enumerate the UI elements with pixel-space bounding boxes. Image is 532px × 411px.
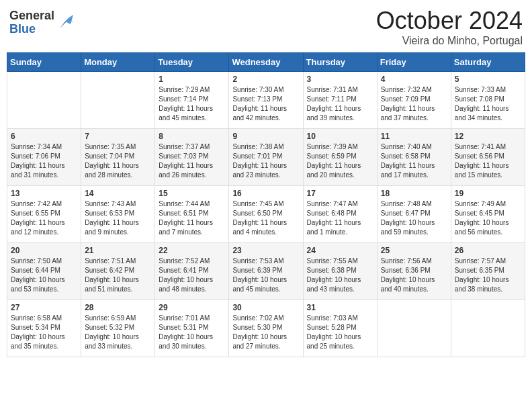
day-number: 17 [307,189,373,198]
calendar-cell: 7Sunrise: 7:35 AM Sunset: 7:04 PM Daylig… [81,129,155,186]
day-number: 2 [232,75,299,84]
day-of-week-header: Friday [377,53,451,72]
day-info: Sunrise: 7:57 AM Sunset: 6:35 PM Dayligh… [455,257,521,294]
day-info: Sunrise: 7:45 AM Sunset: 6:50 PM Dayligh… [232,199,299,237]
day-of-week-header: Thursday [303,53,377,72]
calendar-cell: 22Sunrise: 7:52 AM Sunset: 6:41 PM Dayli… [155,243,229,300]
calendar-week-row: 27Sunrise: 6:58 AM Sunset: 5:34 PM Dayli… [7,300,525,357]
day-number: 27 [11,303,77,312]
day-number: 11 [381,132,447,141]
day-number: 9 [232,132,299,141]
calendar-cell: 27Sunrise: 6:58 AM Sunset: 5:34 PM Dayli… [7,300,81,357]
day-info: Sunrise: 7:41 AM Sunset: 6:56 PM Dayligh… [455,142,521,180]
day-info: Sunrise: 7:47 AM Sunset: 6:48 PM Dayligh… [307,199,373,237]
day-info: Sunrise: 7:51 AM Sunset: 6:42 PM Dayligh… [85,257,151,294]
day-of-week-header: Tuesday [155,53,229,72]
calendar-cell: 28Sunrise: 6:59 AM Sunset: 5:32 PM Dayli… [81,300,155,357]
day-info: Sunrise: 7:42 AM Sunset: 6:55 PM Dayligh… [11,199,77,237]
calendar-cell: 11Sunrise: 7:40 AM Sunset: 6:58 PM Dayli… [377,129,451,186]
day-number: 31 [307,303,373,312]
day-number: 5 [455,75,521,84]
day-number: 24 [307,246,373,255]
calendar-cell [81,72,155,129]
calendar-cell: 13Sunrise: 7:42 AM Sunset: 6:55 PM Dayli… [7,186,81,243]
day-info: Sunrise: 7:55 AM Sunset: 6:38 PM Dayligh… [307,257,373,294]
day-number: 22 [159,246,225,255]
calendar-header-row: SundayMondayTuesdayWednesdayThursdayFrid… [7,53,525,72]
day-info: Sunrise: 7:40 AM Sunset: 6:58 PM Dayligh… [381,142,447,180]
day-number: 4 [381,75,447,84]
calendar-cell: 2Sunrise: 7:30 AM Sunset: 7:13 PM Daylig… [229,72,303,129]
day-number: 14 [85,189,151,198]
day-of-week-header: Sunday [7,53,81,72]
logo: General Blue [9,9,75,36]
day-info: Sunrise: 7:34 AM Sunset: 7:06 PM Dayligh… [11,142,77,180]
day-info: Sunrise: 7:32 AM Sunset: 7:09 PM Dayligh… [381,85,447,123]
calendar-cell: 18Sunrise: 7:48 AM Sunset: 6:47 PM Dayli… [377,186,451,243]
calendar-cell: 29Sunrise: 7:01 AM Sunset: 5:31 PM Dayli… [155,300,229,357]
day-info: Sunrise: 6:58 AM Sunset: 5:34 PM Dayligh… [11,314,77,351]
day-info: Sunrise: 7:30 AM Sunset: 7:13 PM Dayligh… [232,85,299,123]
calendar-cell: 3Sunrise: 7:31 AM Sunset: 7:11 PM Daylig… [303,72,377,129]
day-info: Sunrise: 7:39 AM Sunset: 6:59 PM Dayligh… [307,142,373,180]
day-number: 6 [11,132,77,141]
day-info: Sunrise: 7:52 AM Sunset: 6:41 PM Dayligh… [159,257,225,294]
day-info: Sunrise: 7:48 AM Sunset: 6:47 PM Dayligh… [381,199,447,237]
day-number: 7 [85,132,151,141]
day-info: Sunrise: 7:38 AM Sunset: 7:01 PM Dayligh… [232,142,299,180]
day-number: 16 [232,189,299,198]
day-number: 8 [159,132,225,141]
day-info: Sunrise: 7:43 AM Sunset: 6:53 PM Dayligh… [85,199,151,237]
day-number: 30 [232,303,299,312]
calendar-cell: 24Sunrise: 7:55 AM Sunset: 6:38 PM Dayli… [303,243,377,300]
day-number: 19 [455,189,521,198]
calendar-cell: 14Sunrise: 7:43 AM Sunset: 6:53 PM Dayli… [81,186,155,243]
calendar-cell [377,300,451,357]
logo-icon [56,13,75,32]
calendar-cell: 1Sunrise: 7:29 AM Sunset: 7:14 PM Daylig… [155,72,229,129]
day-of-week-header: Monday [81,53,155,72]
calendar-cell: 17Sunrise: 7:47 AM Sunset: 6:48 PM Dayli… [303,186,377,243]
day-info: Sunrise: 7:31 AM Sunset: 7:11 PM Dayligh… [307,85,373,123]
calendar-cell: 12Sunrise: 7:41 AM Sunset: 6:56 PM Dayli… [451,129,525,186]
day-info: Sunrise: 7:01 AM Sunset: 5:31 PM Dayligh… [159,314,225,351]
page-header: General Blue October 2024 Vieira do Minh… [7,7,525,47]
calendar-cell: 4Sunrise: 7:32 AM Sunset: 7:09 PM Daylig… [377,72,451,129]
day-info: Sunrise: 7:53 AM Sunset: 6:39 PM Dayligh… [232,257,299,294]
day-number: 13 [11,189,77,198]
day-info: Sunrise: 7:33 AM Sunset: 7:08 PM Dayligh… [455,85,521,123]
day-info: Sunrise: 6:59 AM Sunset: 5:32 PM Dayligh… [85,314,151,351]
day-number: 15 [159,189,225,198]
day-info: Sunrise: 7:02 AM Sunset: 5:30 PM Dayligh… [232,314,299,351]
day-info: Sunrise: 7:50 AM Sunset: 6:44 PM Dayligh… [11,257,77,294]
day-info: Sunrise: 7:44 AM Sunset: 6:51 PM Dayligh… [159,199,225,237]
calendar-cell: 23Sunrise: 7:53 AM Sunset: 6:39 PM Dayli… [229,243,303,300]
calendar-cell: 25Sunrise: 7:56 AM Sunset: 6:36 PM Dayli… [377,243,451,300]
logo-blue-text: Blue [9,23,54,36]
calendar-cell: 21Sunrise: 7:51 AM Sunset: 6:42 PM Dayli… [81,243,155,300]
day-number: 3 [307,75,373,84]
calendar-cell: 31Sunrise: 7:03 AM Sunset: 5:28 PM Dayli… [303,300,377,357]
calendar-cell: 15Sunrise: 7:44 AM Sunset: 6:51 PM Dayli… [155,186,229,243]
calendar-cell [451,300,525,357]
calendar-cell: 30Sunrise: 7:02 AM Sunset: 5:30 PM Dayli… [229,300,303,357]
day-number: 29 [159,303,225,312]
day-info: Sunrise: 7:49 AM Sunset: 6:45 PM Dayligh… [455,199,521,237]
calendar-week-row: 13Sunrise: 7:42 AM Sunset: 6:55 PM Dayli… [7,186,525,243]
day-number: 20 [11,246,77,255]
location-subtitle: Vieira do Minho, Portugal [376,35,523,47]
calendar-cell: 16Sunrise: 7:45 AM Sunset: 6:50 PM Dayli… [229,186,303,243]
month-title: October 2024 [376,7,523,35]
title-block: October 2024 Vieira do Minho, Portugal [376,7,523,47]
calendar-cell: 26Sunrise: 7:57 AM Sunset: 6:35 PM Dayli… [451,243,525,300]
calendar-table: SundayMondayTuesdayWednesdayThursdayFrid… [7,52,525,357]
day-info: Sunrise: 7:35 AM Sunset: 7:04 PM Dayligh… [85,142,151,180]
day-number: 18 [381,189,447,198]
calendar-cell: 6Sunrise: 7:34 AM Sunset: 7:06 PM Daylig… [7,129,81,186]
day-number: 10 [307,132,373,141]
day-info: Sunrise: 7:29 AM Sunset: 7:14 PM Dayligh… [159,85,225,123]
day-number: 12 [455,132,521,141]
day-info: Sunrise: 7:56 AM Sunset: 6:36 PM Dayligh… [381,257,447,294]
day-number: 1 [159,75,225,84]
logo-general-text: General [9,9,54,23]
